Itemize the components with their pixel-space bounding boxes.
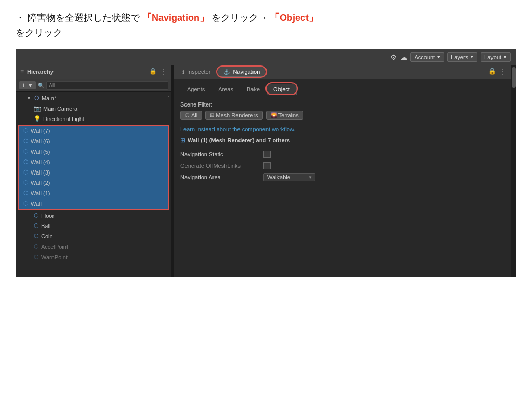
subtab-areas[interactable]: Areas <box>211 84 240 95</box>
nav-area-arrow-icon: ▼ <box>308 175 312 179</box>
hierarchy-item-wall-4[interactable]: ⬡ Wall (4) <box>19 157 168 167</box>
hierarchy-title: Hierarchy <box>27 69 54 75</box>
cube-icon-wall6: ⬡ <box>23 138 29 144</box>
cube-icon-floor: ⬡ <box>34 212 39 219</box>
right-lock-icon[interactable]: 🔒 <box>488 68 496 76</box>
hierarchy-item-wall-7[interactable]: ⬡ Wall (7) <box>19 126 168 136</box>
filter-terrains-button[interactable]: 🌄 Terrains <box>266 111 303 120</box>
hierarchy-label-wall-1: Wall (1) <box>31 190 50 196</box>
gen-offmesh-checkbox[interactable] <box>263 162 271 169</box>
more-options-icon[interactable]: ⋮ <box>160 68 167 76</box>
bullet: ・ <box>16 12 25 23</box>
instruction-arrow: をクリック→ <box>211 12 268 23</box>
all-icon: ⬡ <box>185 112 190 118</box>
filter-mesh-button[interactable]: ⊞ Mesh Renderers <box>205 111 262 120</box>
scene-filter-label: Scene Filter: <box>180 101 504 108</box>
nav-area-dropdown[interactable]: Walkable ▼ <box>263 173 315 181</box>
hierarchy-item-warnpoint[interactable]: ⬡ WarnPoint <box>16 252 171 262</box>
add-hierarchy-button[interactable]: + ▼ <box>19 81 36 89</box>
cube-icon-wall4: ⬡ <box>23 158 29 165</box>
nav-static-checkbox[interactable] <box>263 151 271 158</box>
right-panel: ℹ Inspector ⚓ Navigation 🔒 ⋮ A <box>174 65 511 277</box>
cube-icon-wall5: ⬡ <box>23 148 29 155</box>
cube-icon-wall7: ⬡ <box>23 127 29 134</box>
instruction-area: ・ 障害物を全選択した状態で 「Navigation」 をクリック→ 「Obje… <box>0 0 532 49</box>
account-dropdown[interactable]: Account ▼ <box>410 52 444 62</box>
highlight-object: 「Object」 <box>270 12 318 23</box>
gen-offmesh-row: Generate OffMeshLinks <box>180 161 504 171</box>
hierarchy-item-wall[interactable]: ⬡ Wall <box>19 198 168 209</box>
lock-icon[interactable]: 🔒 <box>149 68 157 76</box>
hierarchy-label-ball: Ball <box>41 223 50 229</box>
cube-icon-wall3: ⬡ <box>23 169 29 176</box>
layout-arrow-icon: ▼ <box>503 55 507 59</box>
hierarchy-label-wall-3: Wall (3) <box>31 169 50 176</box>
hierarchy-item-wall-3[interactable]: ⬡ Wall (3) <box>19 167 168 178</box>
hierarchy-list: ▼ ⬡ Main* ⋮ 📷 Main Camera 💡 Directional … <box>16 92 171 277</box>
filter-all-button[interactable]: ⬡ All <box>180 111 202 120</box>
search-icon: 🔍 <box>38 83 44 88</box>
layout-dropdown[interactable]: Layout ▼ <box>481 52 511 62</box>
cube-icon-wall: ⬡ <box>23 200 29 207</box>
hierarchy-item-wall-6[interactable]: ⬡ Wall (6) <box>19 136 168 147</box>
object-info-text: Wall (1) (Mesh Renderer) and 7 others <box>188 137 290 143</box>
hierarchy-scene-item[interactable]: ▼ ⬡ Main* ⋮ <box>16 93 171 103</box>
hierarchy-item-ball[interactable]: ⬡ Ball <box>16 221 171 231</box>
hierarchy-label-coin: Coin <box>41 233 53 240</box>
tab-navigation[interactable]: ⚓ Navigation <box>218 66 265 77</box>
hierarchy-item-directional-light[interactable]: 💡 Directional Light <box>16 114 171 124</box>
hierarchy-item-coin[interactable]: ⬡ Coin <box>16 231 171 242</box>
right-more-icon[interactable]: ⋮ <box>499 68 507 76</box>
tab-inspector[interactable]: ℹ Inspector <box>178 67 215 76</box>
highlight-navigation: 「Navigation」 <box>142 12 209 23</box>
wall-selection-box: ⬡ Wall (7) ⬡ Wall (6) ⬡ Wall (5) ⬡ Wall … <box>18 125 169 210</box>
hierarchy-label-wall-7: Wall (7) <box>31 128 50 134</box>
scrollbar-thumb <box>512 67 516 88</box>
layers-dropdown[interactable]: Layers ▼ <box>447 52 477 62</box>
terrains-icon: 🌄 <box>271 112 277 118</box>
hierarchy-label-wall-4: Wall (4) <box>31 159 50 165</box>
cloud-icon[interactable]: ☁ <box>400 53 407 61</box>
scene-options-icon[interactable]: ⋮ <box>166 95 171 101</box>
hierarchy-item-wall-1[interactable]: ⬡ Wall (1) <box>19 188 168 198</box>
mesh-icon: ⊞ <box>210 112 214 118</box>
settings-icon[interactable]: ⚙ <box>390 53 397 61</box>
hierarchy-label-warnpoint: WarnPoint <box>41 254 68 260</box>
light-icon: 💡 <box>34 115 41 122</box>
hierarchy-item-floor[interactable]: ⬡ Floor <box>16 210 171 221</box>
hierarchy-panel: ≡ Hierarchy 🔒 ⋮ + ▼ 🔍 All ▼ ⬡ Main* ⋮ <box>16 65 172 277</box>
scene-filter-buttons: ⬡ All ⊞ Mesh Renderers 🌄 Terrains <box>180 111 504 120</box>
layers-arrow-icon: ▼ <box>470 55 474 59</box>
scene-label: Main* <box>42 95 56 101</box>
hierarchy-search-input[interactable]: All <box>46 81 168 90</box>
hierarchy-label-wall-2: Wall (2) <box>31 180 50 186</box>
hierarchy-label-wall: Wall <box>31 201 42 207</box>
object-info: ⊞ Wall (1) (Mesh Renderer) and 7 others <box>180 137 504 144</box>
cube-icon-warnpoint: ⬡ <box>34 254 39 260</box>
cube-icon-ball: ⬡ <box>34 222 39 229</box>
learn-link[interactable]: Learn instead about the component workfl… <box>180 126 504 132</box>
object-mesh-icon: ⊞ <box>180 137 185 144</box>
expand-arrow-icon: ▼ <box>26 96 31 101</box>
unity-main: ≡ Hierarchy 🔒 ⋮ + ▼ 🔍 All ▼ ⬡ Main* ⋮ <box>16 65 516 277</box>
hierarchy-label-floor: Floor <box>41 212 54 219</box>
hierarchy-label-wall-6: Wall (6) <box>31 138 50 144</box>
cube-icon-wall2: ⬡ <box>23 179 29 186</box>
cube-icon-accelpoint: ⬡ <box>34 243 39 250</box>
hierarchy-item-wall-5[interactable]: ⬡ Wall (5) <box>19 147 168 157</box>
nav-area-label: Navigation Area <box>180 174 263 180</box>
hierarchy-item-accelpoint[interactable]: ⬡ AccelPoint <box>16 242 171 252</box>
subtab-bake[interactable]: Bake <box>240 84 267 95</box>
hierarchy-label-directional-light: Directional Light <box>43 116 84 122</box>
right-panel-scrollbar[interactable] <box>511 65 516 277</box>
hierarchy-search-bar: + ▼ 🔍 All <box>16 79 171 92</box>
hierarchy-item-main-camera[interactable]: 📷 Main Camera <box>16 103 171 114</box>
scene-icon: ⬡ <box>34 95 39 101</box>
hierarchy-item-wall-2[interactable]: ⬡ Wall (2) <box>19 178 168 188</box>
camera-icon: 📷 <box>34 105 41 112</box>
subtab-agents[interactable]: Agents <box>180 84 211 95</box>
nav-area-row: Navigation Area Walkable ▼ <box>180 172 504 182</box>
hierarchy-label-main-camera: Main Camera <box>43 105 77 112</box>
unity-editor: ⚙ ☁ Account ▼ Layers ▼ Layout ▼ ≡ Hierar… <box>16 49 516 277</box>
subtab-object[interactable]: Object <box>267 84 297 95</box>
